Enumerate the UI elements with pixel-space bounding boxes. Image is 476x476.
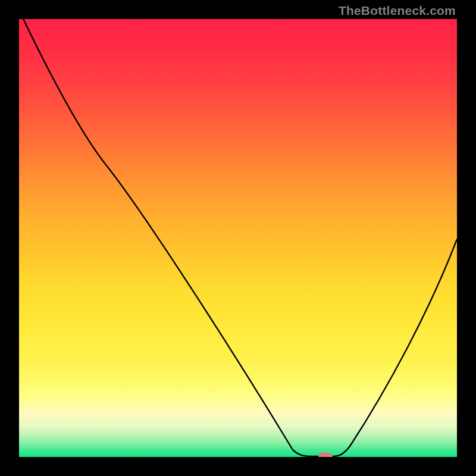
bottleneck-curve <box>19 19 457 457</box>
curve-path <box>19 19 457 456</box>
plot-area <box>19 19 457 457</box>
watermark-text: TheBottleneck.com <box>339 4 456 18</box>
chart-stage: TheBottleneck.com <box>0 0 476 476</box>
